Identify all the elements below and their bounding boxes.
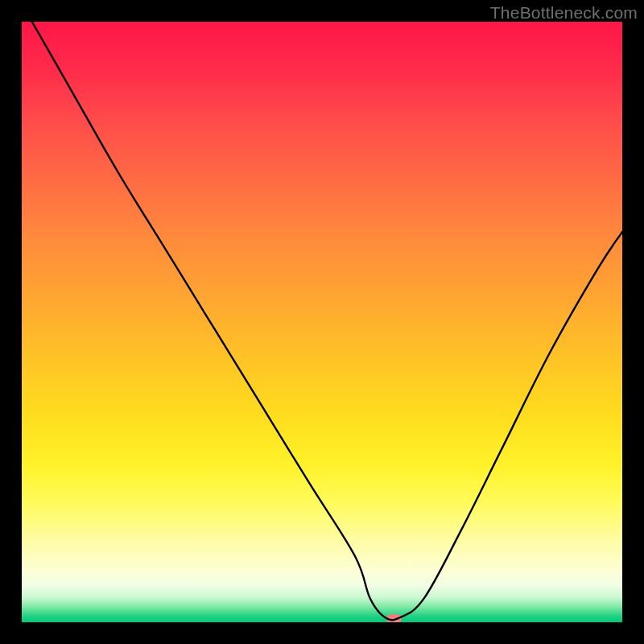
watermark-text: TheBottleneck.com — [490, 3, 638, 23]
plot-area — [22, 22, 622, 622]
chart-frame: TheBottleneck.com — [0, 0, 644, 644]
bottleneck-curve — [22, 22, 622, 622]
